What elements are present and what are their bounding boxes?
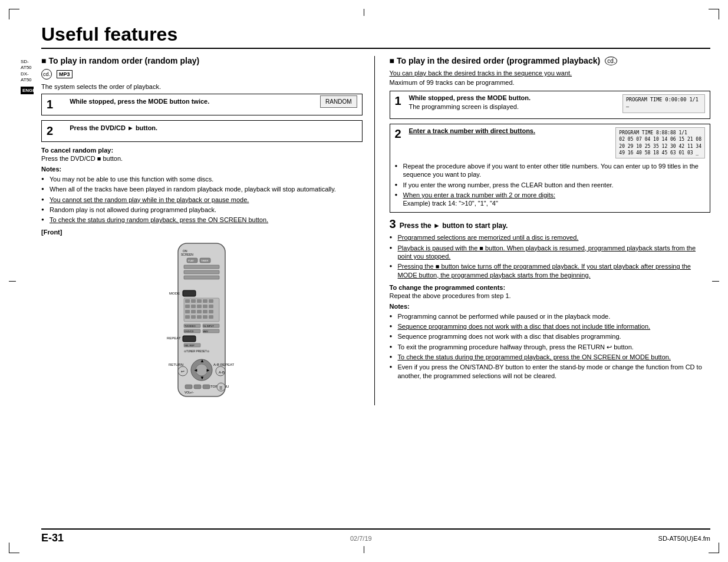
svg-rect-16	[203, 299, 207, 303]
program-display-1: PROGRAM TIME 0:00:00 1/1 –	[622, 94, 705, 113]
right-intro2: Maximum of 99 tracks can be programmed.	[390, 79, 711, 86]
svg-rect-26	[203, 310, 207, 313]
right-step2-number: 2	[395, 127, 404, 158]
model-text: SD-AT50 DX-AT50	[21, 59, 34, 84]
change-text: Repeat the above procedures from step 1.	[390, 292, 711, 299]
svg-rect-61	[203, 385, 210, 389]
remote-svg: ON SCREEN PLAY TIMER MODE	[128, 240, 275, 405]
left-notes-list: You may not be able to use this function…	[41, 175, 363, 224]
right-mark-mid	[712, 281, 719, 282]
right-step2-content: 2 Enter a track number with direct butto…	[395, 127, 706, 158]
svg-text:SL INPUT: SL INPUT	[203, 325, 214, 328]
sidebar: SD-AT50 DX-AT50 ENGLISH	[21, 59, 34, 94]
cd-icon: cd.	[41, 69, 52, 80]
svg-rect-23	[185, 310, 190, 313]
right-notes: Notes: Programming cannot be performed w…	[390, 303, 711, 380]
list-item: Even if you press the ON/STAND-BY button…	[390, 363, 711, 380]
right-section-heading: To play in the desired order (programmed…	[390, 56, 711, 65]
two-column-layout: To play in random order (random play) cd…	[41, 56, 710, 405]
center-mark-bottom	[364, 546, 364, 553]
center-mark-top	[364, 9, 364, 16]
right-step1-content: 1 While stopped, press the MODE button. …	[395, 94, 706, 115]
svg-text:SEL REP: SEL REP	[185, 344, 195, 347]
list-item: Repeat the procedure above if you want t…	[395, 162, 706, 179]
svg-rect-28	[185, 315, 190, 319]
right-step2-block: 2 Enter a track number with direct butto…	[390, 124, 711, 213]
list-item: If you enter the wrong number, press the…	[395, 181, 706, 189]
list-item: You cannot set the random play while in …	[41, 196, 363, 204]
right-step2-text: Enter a track number with direct buttons…	[409, 127, 611, 158]
right-notes-list: Programming cannot be performed while pa…	[390, 312, 711, 380]
right-intro1: You can play back the desired tracks in …	[390, 69, 711, 78]
svg-rect-59	[185, 385, 192, 389]
svg-rect-31	[203, 315, 207, 319]
svg-rect-25	[197, 310, 202, 313]
corner-mark-bl	[9, 543, 19, 553]
right-step3-block: 3 Press the ► button to start play. Prog…	[390, 217, 711, 279]
svg-rect-7	[184, 265, 219, 269]
svg-text:A-B: A-B	[219, 371, 225, 374]
page-footer: E-31 02/7/19 SD-AT50(U)E4.fm	[41, 528, 710, 544]
svg-text:TV/VIDEO: TV/VIDEO	[185, 325, 196, 328]
change-heading: To change the programmed contents:	[390, 284, 711, 291]
list-item: When you enter a track number with 2 or …	[395, 191, 706, 208]
language-badge: ENGLISH	[21, 87, 34, 94]
list-item: Pressing the ■ button twice turns off th…	[390, 262, 711, 279]
step1-box: 1 While stopped, press the MODE button t…	[41, 94, 363, 115]
svg-text:DVD/CD: DVD/CD	[185, 330, 193, 333]
svg-rect-19	[191, 305, 196, 308]
svg-text:+/−: +/−	[190, 391, 194, 394]
list-item: To check the status during random playba…	[41, 216, 363, 224]
svg-text:SCREEN: SCREEN	[181, 253, 193, 256]
list-item: Random play is not allowed during progra…	[41, 206, 363, 214]
right-step3-number: 3	[390, 217, 396, 231]
front-label: [Front]	[41, 229, 363, 236]
random-display: RANDOM	[320, 95, 357, 108]
change-section: To change the programmed contents: Repea…	[390, 284, 711, 299]
footer-date: 02/7/19	[350, 535, 372, 542]
page-title: Useful features	[41, 24, 710, 49]
svg-text:▲: ▲	[200, 358, 205, 363]
step2-text: Press the DVD/CD ► button.	[70, 124, 157, 131]
list-item: You may not be able to use this function…	[41, 175, 363, 183]
svg-rect-30	[197, 315, 202, 319]
svg-text:◄: ◄	[193, 368, 198, 373]
list-item: Sequence programming does not work with …	[390, 322, 711, 330]
program-display-2: PROGRAM TIME 8:88:88 1/1 02 05 07 04 10 …	[615, 127, 705, 158]
remote-container: ON SCREEN PLAY TIMER MODE	[41, 240, 363, 405]
svg-text:REPEAT: REPEAT	[167, 336, 181, 340]
svg-rect-13	[185, 299, 190, 303]
list-item: Programming cannot be performed while pa…	[390, 312, 711, 320]
svg-rect-32	[209, 315, 213, 319]
svg-rect-21	[203, 305, 207, 308]
right-step2-bullets: Repeat the procedure above if you want t…	[395, 162, 706, 207]
left-mark-mid	[9, 281, 16, 282]
list-item: When all of the tracks have been played …	[41, 185, 363, 193]
svg-text:►: ►	[206, 368, 210, 373]
left-intro: The system selects the order of playback…	[41, 83, 363, 90]
corner-mark-tl	[9, 9, 19, 19]
list-item: Playback is paused with the ■ button. Wh…	[390, 244, 711, 261]
main-content: Useful features To play in random order …	[41, 24, 710, 405]
svg-rect-9	[184, 276, 219, 279]
svg-rect-17	[209, 299, 213, 303]
right-step3-heading: 3 Press the ► button to start play.	[390, 217, 711, 231]
left-notes-heading: Notes:	[41, 166, 363, 173]
svg-rect-27	[209, 310, 213, 313]
list-item: To exit the programming procedure halfwa…	[390, 343, 711, 351]
svg-rect-18	[185, 305, 190, 308]
right-step1-text: While stopped, press the MODE button. Th…	[409, 94, 618, 115]
page-number: E-31	[41, 532, 64, 544]
footer-file: SD-AT50(U)E4.fm	[658, 535, 710, 542]
step1-number: 1	[47, 98, 53, 111]
svg-rect-24	[191, 310, 196, 313]
svg-text:⊙TUNER PRESET⊙: ⊙TUNER PRESET⊙	[184, 350, 209, 353]
list-item: To check the status during the programme…	[390, 353, 711, 361]
svg-text:A-B REPEAT: A-B REPEAT	[213, 363, 235, 366]
svg-rect-22	[209, 305, 213, 308]
svg-rect-8	[184, 270, 219, 274]
page-container: SD-AT50 DX-AT50 ENGLISH Useful features …	[0, 0, 728, 562]
svg-rect-60	[194, 385, 201, 389]
svg-text:TIMER: TIMER	[201, 259, 209, 262]
svg-rect-14	[191, 299, 196, 303]
